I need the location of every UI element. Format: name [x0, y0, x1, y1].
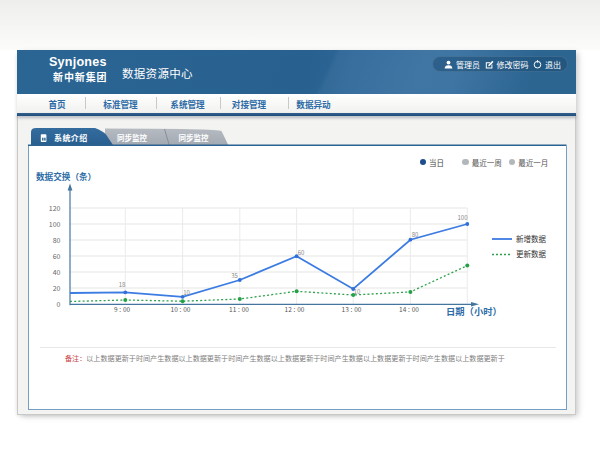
svg-text:100: 100	[458, 213, 469, 222]
svg-text:日期（小时）: 日期（小时）	[446, 304, 502, 318]
svg-text:0: 0	[57, 299, 61, 309]
svg-text:系统介绍: 系统介绍	[54, 132, 88, 143]
svg-text:13 : 00: 13 : 00	[342, 304, 362, 314]
svg-text:9 : 00: 9 : 00	[114, 304, 131, 314]
svg-text:60: 60	[53, 251, 61, 261]
svg-text:60: 60	[298, 248, 305, 257]
svg-text:更新数据: 更新数据	[516, 248, 546, 259]
svg-text:同步监控: 同步监控	[117, 132, 147, 143]
svg-text:同步监控: 同步监控	[179, 132, 209, 143]
svg-text:40: 40	[53, 267, 61, 277]
svg-text:80: 80	[53, 235, 61, 245]
svg-text:14 : 00: 14 : 00	[399, 304, 419, 314]
svg-text:10: 10	[183, 288, 190, 297]
svg-text:80: 80	[412, 230, 419, 239]
svg-text:100: 100	[49, 219, 61, 229]
svg-text:18: 18	[119, 280, 126, 289]
svg-text:120: 120	[49, 203, 61, 213]
svg-text:20: 20	[53, 283, 61, 293]
svg-text:新增数据: 新增数据	[516, 233, 546, 244]
svg-text:12 : 00: 12 : 00	[285, 304, 305, 314]
svg-text:11 : 00: 11 : 00	[229, 304, 249, 314]
svg-text:10: 10	[354, 287, 361, 296]
svg-text:35: 35	[231, 271, 238, 280]
svg-text:10 : 00: 10 : 00	[171, 304, 191, 314]
